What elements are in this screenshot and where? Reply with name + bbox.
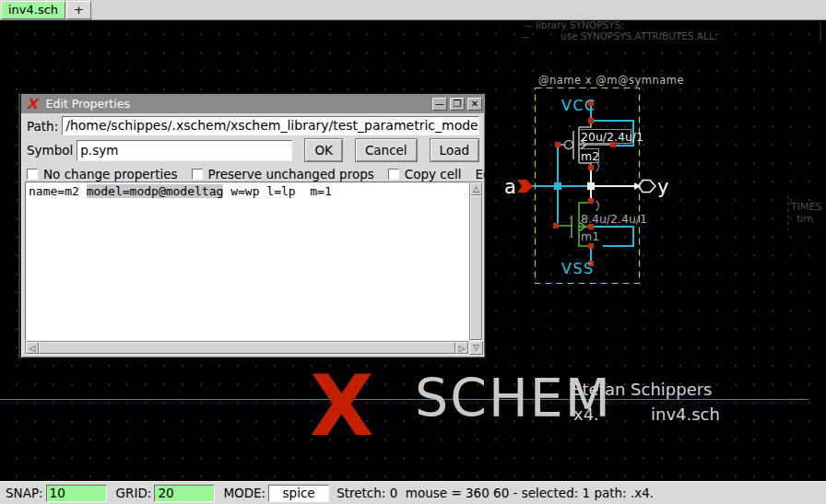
- author-text: Stefan Schippers: [572, 380, 713, 399]
- checkbox-label: No change properties: [43, 167, 178, 182]
- tim-text[interactable]: tim: [796, 213, 813, 225]
- prop-text-selected: model=modp@modeltag: [87, 184, 224, 198]
- status-info-text: Stretch: 0 mouse = 360 60 - selected: 1 …: [336, 486, 654, 500]
- wire-junction-output[interactable]: [587, 182, 595, 190]
- pmos-transistor-m2[interactable]: [558, 121, 612, 171]
- scroll-left-icon[interactable]: ◁: [26, 342, 39, 354]
- snap-input[interactable]: [46, 485, 107, 502]
- nmos-wl-label[interactable]: 8.4u/2.4u/1: [581, 212, 647, 226]
- new-tab-button[interactable]: +: [66, 1, 91, 19]
- comment-line-2[interactable]: use SYNOPSYS.ATTRIBUTES.ALL;: [560, 30, 717, 41]
- tab-bar: inv4.sch +: [0, 0, 826, 20]
- symbol-label: Symbol: [27, 143, 73, 158]
- symbol-input[interactable]: [77, 140, 292, 161]
- ok-button[interactable]: OK: [304, 138, 342, 162]
- input-pin-a[interactable]: [517, 180, 533, 193]
- copy-cell-checkbox[interactable]: Copy cell: [388, 167, 462, 182]
- checkbox-label: Copy cell: [405, 167, 462, 182]
- vss-label[interactable]: VSS: [561, 260, 595, 277]
- scroll-down-icon[interactable]: ▽: [469, 341, 483, 355]
- sheet-name-text: inv4.sch: [651, 404, 720, 424]
- status-bar: SNAP: GRID: MODE: Stretch: 0 mouse = 360…: [0, 481, 826, 504]
- checkbox-label: Preserve unchanged props: [208, 167, 374, 182]
- dialog-titlebar[interactable]: X Edit Properties — ❐ ✕: [21, 94, 485, 113]
- pmos-name-label[interactable]: m2: [581, 149, 599, 163]
- snap-label: SNAP:: [6, 486, 43, 500]
- edit-attributes-clipped-label[interactable]: Edit At: [476, 167, 485, 182]
- times-text[interactable]: TIMES: [790, 201, 821, 213]
- pmos-wl-label[interactable]: 20u/2.4u/1: [581, 130, 643, 144]
- checkbox-box[interactable]: [388, 169, 399, 180]
- xschem-logo-x-icon: X: [310, 365, 373, 448]
- prop-text-pre: name=m2: [29, 184, 87, 198]
- tab-inv4-sch[interactable]: inv4.sch: [1, 1, 65, 19]
- cancel-button[interactable]: Cancel: [355, 138, 418, 162]
- xschem-app-icon: X: [27, 96, 38, 112]
- output-net-wires[interactable]: [591, 168, 637, 201]
- path-field[interactable]: /home/schippes/.xschem/xschem_library/te…: [62, 116, 479, 135]
- properties-textarea[interactable]: name=m2 model=modp@modeltag w=wp l=lp m=…: [25, 182, 469, 341]
- clipped-right-symbol[interactable]: TIMES tim: [788, 21, 821, 230]
- mode-label: MODE:: [223, 486, 266, 500]
- output-pin-y[interactable]: [634, 181, 655, 193]
- scroll-right-icon[interactable]: ▷: [455, 342, 468, 354]
- grid-label: GRID:: [116, 486, 152, 500]
- xschem-window: inv4.sch + -- library SYNOPSYS; -- use S…: [0, 0, 826, 504]
- horizontal-scroll-thumb[interactable]: [39, 342, 455, 354]
- close-button[interactable]: ✕: [467, 98, 482, 111]
- dialog-title: Edit Properties: [46, 97, 430, 111]
- vcc-label[interactable]: VCC: [561, 97, 596, 114]
- load-button[interactable]: Load: [430, 138, 479, 162]
- grid-input[interactable]: [154, 485, 215, 502]
- path-label: Path:: [27, 119, 58, 134]
- maximize-button[interactable]: ❐: [450, 98, 465, 111]
- instance-format-label[interactable]: @name x @m@symname: [538, 74, 684, 87]
- horizontal-scrollbar[interactable]: ◁ ▷: [25, 341, 469, 355]
- checkbox-box[interactable]: [192, 169, 203, 180]
- vhdl-header-comments[interactable]: -- library SYNOPSYS; -- use SYNOPSYS.ATT…: [522, 20, 717, 41]
- scroll-up-icon[interactable]: △: [470, 182, 482, 195]
- comment-line-1[interactable]: -- library SYNOPSYS;: [525, 20, 624, 30]
- comment-line-2-dash[interactable]: --: [522, 30, 529, 41]
- properties-editor: name=m2 model=modp@modeltag w=wp l=lp m=…: [25, 182, 483, 355]
- vertical-scroll-thumb[interactable]: [470, 195, 482, 340]
- instance-name-text: x4.: [573, 404, 599, 424]
- minimize-button[interactable]: —: [432, 98, 447, 111]
- edit-properties-dialog: X Edit Properties — ❐ ✕ Path: /home/schi…: [20, 93, 486, 358]
- wire-junction-input[interactable]: [554, 182, 561, 190]
- pin-a-label[interactable]: a: [504, 176, 516, 198]
- titleblock-line: [0, 399, 808, 400]
- prop-text-post: w=wp l=lp m=1: [223, 184, 331, 198]
- mode-input[interactable]: [268, 485, 329, 502]
- nmos-name-label[interactable]: m1: [581, 229, 599, 243]
- checkbox-box[interactable]: [27, 169, 38, 180]
- preserve-unchanged-props-checkbox[interactable]: Preserve unchanged props: [192, 167, 374, 182]
- no-change-properties-checkbox[interactable]: No change properties: [27, 167, 178, 182]
- pin-y-label[interactable]: y: [657, 176, 668, 198]
- vertical-scrollbar[interactable]: △: [469, 182, 483, 341]
